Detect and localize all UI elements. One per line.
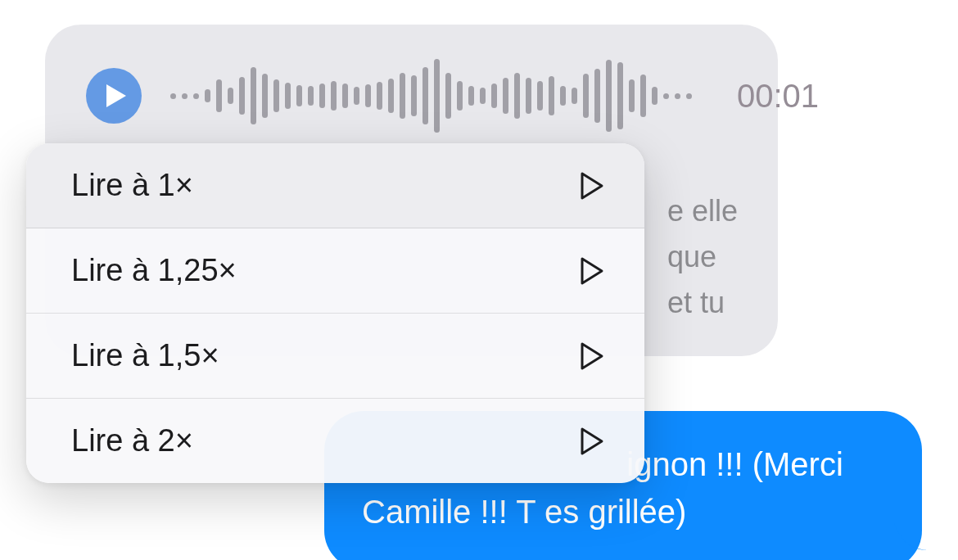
waveform-bar [228, 88, 233, 104]
waveform-bar [663, 93, 669, 99]
waveform-bar [617, 62, 623, 129]
waveform-bar [251, 67, 256, 124]
waveform-bar [468, 86, 474, 106]
waveform-bar [400, 73, 405, 119]
waveform-bar [182, 93, 188, 99]
transcription-partial-text: e elle que et tu [667, 188, 738, 325]
sent-text-line1: ignon !!! (Merci [626, 446, 843, 482]
audio-timestamp: 00:01 [737, 78, 819, 115]
transcription-line: que [667, 234, 738, 280]
bubble-tail-icon [894, 523, 927, 552]
waveform-bar [491, 84, 497, 108]
play-button[interactable] [86, 68, 142, 124]
waveform-bar [273, 79, 279, 112]
play-outline-icon [579, 171, 605, 201]
waveform-bar [652, 87, 657, 105]
waveform-bar [296, 85, 302, 106]
play-outline-icon [579, 427, 605, 456]
playback-speed-menu: Lire à 1× Lire à 1,25× Lire à 1,5× Lire … [26, 143, 644, 483]
waveform-bar [262, 74, 268, 118]
waveform-bar [216, 79, 222, 112]
speed-option-2x[interactable]: Lire à 2× [26, 399, 644, 483]
waveform-bar [537, 81, 543, 111]
waveform-bar [342, 84, 348, 108]
transcription-line: e elle [667, 188, 738, 234]
audio-waveform[interactable] [170, 59, 692, 133]
waveform-bar [606, 60, 612, 132]
waveform-bar [170, 93, 176, 99]
play-outline-icon [579, 341, 605, 371]
waveform-bar [594, 69, 600, 123]
sent-text-line2: Camille !!! T es grillée) [362, 494, 686, 530]
waveform-bar [239, 77, 245, 115]
waveform-bar [354, 87, 359, 105]
waveform-bar [365, 84, 371, 107]
waveform-bar [193, 93, 199, 99]
speed-option-label: Lire à 2× [71, 423, 193, 458]
waveform-bar [583, 74, 589, 118]
waveform-bar [423, 67, 428, 124]
waveform-bar [205, 89, 210, 102]
waveform-bar [457, 81, 463, 111]
waveform-bar [331, 81, 337, 111]
play-outline-icon [579, 256, 605, 286]
speed-option-label: Lire à 1,5× [71, 338, 219, 373]
transcription-line: et tu [667, 280, 738, 326]
waveform-bar [411, 75, 417, 116]
waveform-bar [388, 79, 394, 113]
waveform-bar [308, 86, 314, 106]
waveform-bar [572, 88, 577, 104]
waveform-bar [629, 79, 635, 112]
waveform-bar [285, 83, 291, 109]
speed-option-1-25x[interactable]: Lire à 1,25× [26, 228, 644, 314]
waveform-bar [675, 93, 680, 99]
play-icon [105, 83, 128, 109]
waveform-bar [640, 75, 646, 117]
waveform-bar [560, 86, 566, 106]
waveform-bar [514, 73, 520, 119]
audio-controls-row: 00:01 [86, 59, 737, 133]
waveform-bar [480, 88, 486, 104]
speed-option-1x[interactable]: Lire à 1× [26, 143, 644, 228]
waveform-bar [686, 93, 692, 99]
waveform-bar [503, 78, 508, 114]
speed-option-label: Lire à 1× [71, 168, 193, 203]
speed-option-label: Lire à 1,25× [71, 253, 237, 288]
waveform-bar [319, 84, 325, 108]
waveform-bar [549, 76, 554, 115]
speed-option-1-5x[interactable]: Lire à 1,5× [26, 314, 644, 399]
waveform-bar [434, 59, 440, 133]
waveform-bar [377, 82, 382, 110]
waveform-bar [526, 78, 531, 114]
waveform-bar [445, 73, 451, 119]
